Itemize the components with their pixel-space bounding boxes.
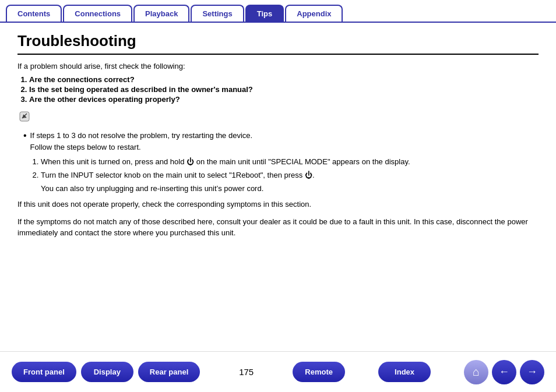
restart-steps: When this unit is turned on, press and h… (41, 156, 539, 181)
bullet-note-text: If steps 1 to 3 do not resolve the probl… (30, 130, 253, 153)
tab-tips[interactable]: Tips (245, 5, 284, 22)
paragraph1: If this unit does not operate properly, … (17, 199, 539, 210)
forward-icon: → (527, 366, 537, 378)
bullet-dot: • (23, 130, 27, 141)
tab-settings[interactable]: Settings (191, 5, 244, 22)
indent-note: You can also try unplugging and re-inser… (41, 184, 539, 193)
forward-button[interactable]: → (520, 360, 544, 384)
home-icon: ⌂ (473, 365, 480, 379)
checklist-item-1: Are the connections correct? (29, 75, 539, 84)
bullet-item: • If steps 1 to 3 do not resolve the pro… (23, 130, 539, 153)
intro-text: If a problem should arise, first check t… (17, 62, 539, 70)
bullet-section: • If steps 1 to 3 do not resolve the pro… (23, 130, 539, 193)
checklist-item-3: Are the other devices operating properly… (29, 95, 539, 104)
tab-bar: Contents Connections Playback Settings T… (0, 0, 556, 23)
checklist-item-2: Is the set being operated as described i… (29, 85, 539, 94)
restart-step-1: When this unit is turned on, press and h… (41, 156, 539, 168)
pencil-icon (17, 110, 31, 123)
checklist: Are the connections correct? Is the set … (29, 75, 539, 104)
back-button[interactable]: ← (492, 360, 516, 384)
paragraph2: If the symptoms do not match any of thos… (17, 216, 539, 239)
display-button[interactable]: Display (81, 362, 133, 382)
tab-playback[interactable]: Playback (133, 5, 189, 22)
tab-appendix[interactable]: Appendix (285, 5, 343, 22)
bottom-right-icons: ⌂ ← → (464, 360, 544, 384)
tab-contents[interactable]: Contents (6, 5, 62, 22)
remote-button[interactable]: Remote (293, 362, 345, 382)
rear-panel-button[interactable]: Rear panel (138, 362, 200, 382)
tab-connections[interactable]: Connections (63, 5, 132, 22)
bottom-bar: Front panel Display Rear panel 175 Remot… (0, 351, 556, 392)
note-box (17, 110, 539, 128)
page-title: Troubleshooting (17, 32, 539, 55)
home-button[interactable]: ⌂ (464, 360, 488, 384)
main-content: Troubleshooting If a problem should aris… (0, 23, 556, 351)
bottom-left-buttons: Front panel Display Rear panel (12, 362, 200, 382)
page-number: 175 (239, 367, 254, 377)
restart-step-2: Turn the INPUT selector knob on the main… (41, 169, 539, 181)
front-panel-button[interactable]: Front panel (12, 362, 76, 382)
back-icon: ← (499, 366, 509, 378)
index-button[interactable]: Index (378, 362, 431, 382)
